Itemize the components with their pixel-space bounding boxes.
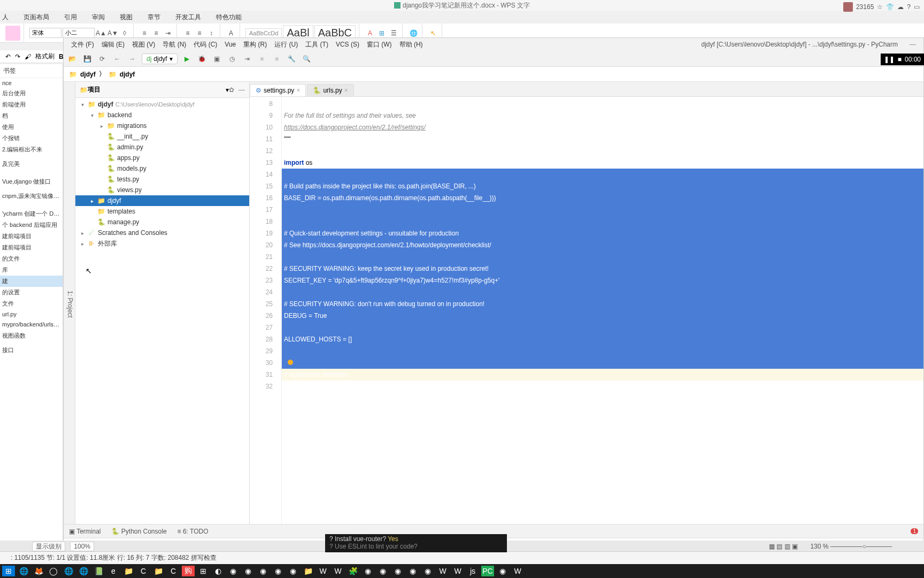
- taskbar-app-icon[interactable]: 📁: [152, 566, 165, 576]
- back-icon[interactable]: ←: [112, 54, 122, 64]
- align-left-icon[interactable]: ≡: [182, 28, 193, 39]
- taskbar-app-icon[interactable]: W: [436, 566, 449, 576]
- select-icon[interactable]: ☰: [388, 28, 399, 39]
- outline-item[interactable]: 库: [0, 264, 63, 276]
- style-normal[interactable]: AaBbCcDd: [245, 28, 282, 38]
- taskbar-app-icon[interactable]: ⊞: [197, 566, 210, 576]
- minimize-icon[interactable]: —: [906, 40, 919, 49]
- menu-tools[interactable]: 工具 (T): [302, 39, 332, 50]
- align-center-icon[interactable]: ≡: [194, 28, 205, 39]
- font-color-icon[interactable]: A: [365, 28, 375, 39]
- menu-help[interactable]: 帮助 (H): [396, 39, 426, 50]
- wps-tab[interactable]: 视图: [118, 12, 135, 23]
- tree-folder-templates[interactable]: 📁 templates: [75, 206, 249, 217]
- taskbar-app-icon[interactable]: ◉: [272, 566, 284, 576]
- menu-code[interactable]: 代码 (C): [190, 39, 220, 50]
- outline-item[interactable]: 2.编辑框出不来: [0, 144, 63, 155]
- tree-external-libs[interactable]: ▸⊪ 外部库: [75, 238, 249, 249]
- start-button[interactable]: ⊞: [2, 566, 15, 576]
- menu-edit[interactable]: 编辑 (E): [98, 39, 128, 50]
- outline-item[interactable]: url.py: [0, 309, 63, 319]
- coverage-icon[interactable]: ▣: [212, 54, 222, 64]
- tree-file[interactable]: 🐍views.py: [75, 185, 249, 195]
- outline-item[interactable]: 的文件: [0, 253, 63, 264]
- project-tool-button[interactable]: 1: Project: [65, 286, 75, 322]
- outline-item[interactable]: nce: [0, 78, 63, 88]
- menu-window[interactable]: 窗口 (W): [364, 39, 395, 50]
- editor-content[interactable]: 8910111213141516171819202122232425262728…: [250, 97, 923, 524]
- stop-icon[interactable]: ■: [898, 56, 902, 63]
- increase-font-icon[interactable]: A▲: [96, 28, 106, 39]
- search-icon[interactable]: 🔍: [302, 54, 312, 64]
- attach-icon[interactable]: ⇥: [242, 54, 252, 64]
- menu-vcs[interactable]: VCS (S): [333, 40, 363, 49]
- save-icon[interactable]: 💾: [82, 54, 93, 64]
- tree-folder-migrations[interactable]: ▸📁 migrations: [75, 120, 249, 131]
- taskbar-app-icon[interactable]: ◐: [212, 566, 225, 576]
- outline-item[interactable]: 后台使用: [0, 88, 63, 99]
- outline-item[interactable]: 接口: [0, 345, 63, 356]
- taskbar-app-icon[interactable]: e: [107, 566, 120, 576]
- bell-icon[interactable]: ☆: [877, 3, 883, 11]
- taskbar-app-icon[interactable]: W: [451, 566, 464, 576]
- outline-item[interactable]: 个 backend 后端应用: [0, 219, 63, 231]
- tree-file[interactable]: 🐍apps.py: [75, 153, 249, 163]
- taskbar-app-icon[interactable]: 🦊: [32, 566, 45, 576]
- wps-tab[interactable]: 引用: [62, 12, 79, 23]
- collapse-icon[interactable]: —: [238, 86, 245, 94]
- taskbar-app-icon[interactable]: 📁: [122, 566, 135, 576]
- taskbar-app-icon[interactable]: 🌐: [17, 566, 30, 576]
- text-direction-icon[interactable]: A: [226, 28, 236, 39]
- run-icon[interactable]: ▶: [182, 54, 192, 64]
- indent-icon[interactable]: ⇥: [163, 28, 173, 39]
- close-icon[interactable]: ×: [296, 87, 300, 94]
- font-family-dropdown[interactable]: 宋体: [29, 28, 61, 38]
- taskbar-app-icon[interactable]: ◉: [421, 566, 434, 576]
- taskbar-app-icon[interactable]: 🌐: [62, 566, 75, 576]
- taskbar-app-icon[interactable]: ◉: [242, 566, 255, 576]
- wps-tab[interactable]: 页面布局: [21, 12, 51, 23]
- sync-icon[interactable]: ⟳: [97, 54, 107, 64]
- editor-tab-urls[interactable]: 🐍 urls.py ×: [307, 84, 353, 96]
- breadcrumb-item[interactable]: djdyf: [80, 71, 96, 78]
- outline-item[interactable]: mypro/backend/urls.py了: [0, 319, 63, 330]
- zoom-slider[interactable]: —————○————: [830, 543, 892, 550]
- forward-icon[interactable]: →: [127, 54, 137, 64]
- taskbar-app-icon[interactable]: 📁: [302, 566, 314, 576]
- todo-tab[interactable]: ≡ 6: TODO: [178, 528, 209, 535]
- taskbar-app-icon[interactable]: W: [332, 566, 344, 576]
- menu-view[interactable]: 视图 (V): [129, 39, 158, 50]
- taskbar-app-icon[interactable]: 📗: [92, 566, 105, 576]
- wps-tab[interactable]: 特色功能: [214, 12, 244, 23]
- tree-file[interactable]: 🐍tests.py: [75, 174, 249, 185]
- outline-item[interactable]: 'ycharm 创建一个 Django 后: [0, 208, 63, 219]
- outline-item[interactable]: 前端使用: [0, 99, 63, 110]
- taskbar-app-icon[interactable]: ◉: [496, 566, 509, 576]
- tree-file-manage[interactable]: 🐍 manage.py: [75, 217, 249, 227]
- profile-icon[interactable]: ◷: [227, 54, 237, 64]
- outline-item[interactable]: 建前端项目: [0, 231, 63, 242]
- wps-tab[interactable]: 开发工具: [173, 12, 203, 23]
- code-viewport[interactable]: For the full list of settings and their …: [282, 97, 923, 524]
- taskbar-app-icon[interactable]: ◉: [391, 566, 404, 576]
- outline-item[interactable]: 视图函数: [0, 330, 63, 341]
- decrease-font-icon[interactable]: A▼: [107, 28, 118, 39]
- outline-item[interactable]: Vue,django 做接口: [0, 176, 63, 187]
- stop-all-icon[interactable]: ■: [272, 54, 282, 64]
- help-icon[interactable]: ?: [907, 3, 911, 11]
- tree-scratches[interactable]: ▸☄ Scratches and Consoles: [75, 227, 249, 238]
- run-config-dropdown[interactable]: dj djdyf ▾: [142, 54, 178, 64]
- terminal-tab[interactable]: ▣ Terminal: [69, 528, 101, 535]
- tree-folder-backend[interactable]: ▾📁 backend: [75, 110, 249, 120]
- outline-item[interactable]: 及完美: [0, 158, 63, 170]
- line-spacing-icon[interactable]: ↕: [206, 28, 217, 39]
- stop-icon[interactable]: ■: [257, 54, 267, 64]
- tree-file[interactable]: 🐍admin.py: [75, 142, 249, 153]
- redo-icon[interactable]: ↷: [15, 53, 20, 60]
- breadcrumb-item[interactable]: djdyf: [120, 71, 135, 78]
- globe-icon[interactable]: 🌐: [408, 28, 419, 39]
- outline-item[interactable]: 文件: [0, 298, 63, 309]
- taskbar-app-icon[interactable]: 🌐: [77, 566, 90, 576]
- taskbar-app-icon[interactable]: ◯: [47, 566, 60, 576]
- taskbar-app-icon[interactable]: W: [511, 566, 524, 576]
